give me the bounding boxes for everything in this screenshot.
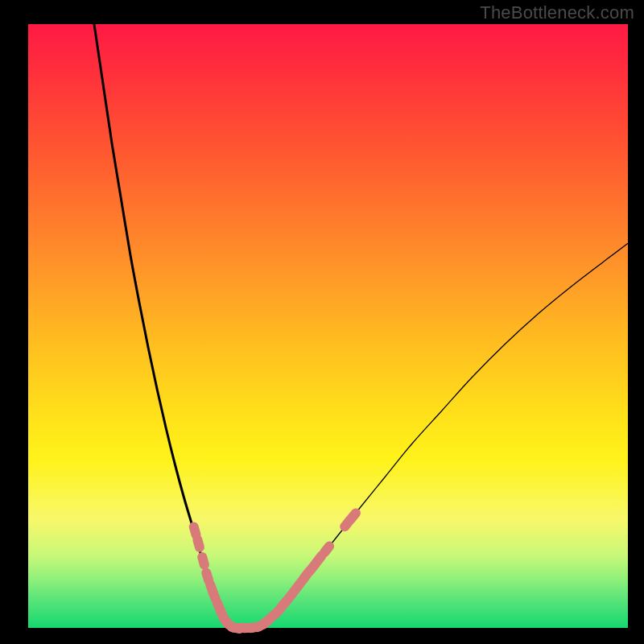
marker-group bbox=[188, 506, 362, 634]
curve-left-branch bbox=[94, 24, 229, 625]
curve-group bbox=[94, 24, 628, 628]
chart-svg bbox=[0, 0, 644, 644]
chart-stage: TheBottleneck.com bbox=[0, 0, 644, 644]
watermark-text: TheBottleneck.com bbox=[480, 2, 634, 23]
marker-point bbox=[196, 551, 210, 571]
